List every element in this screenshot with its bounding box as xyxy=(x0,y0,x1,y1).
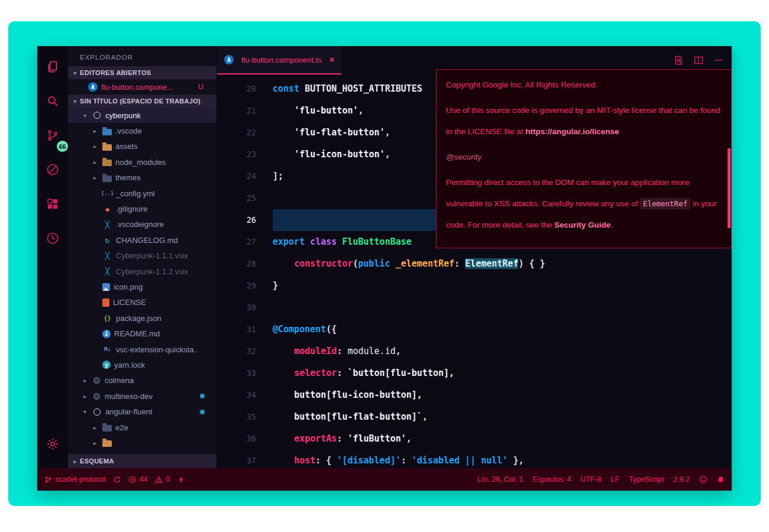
chevron-down-icon xyxy=(70,98,80,105)
activity-settings[interactable] xyxy=(37,428,68,462)
tree-item[interactable]: ▸ xyxy=(68,435,217,450)
tree-item-CHANGELOG.md[interactable]: ↻CHANGELOG.md xyxy=(68,232,217,248)
gear-icon xyxy=(46,437,60,453)
activity-extensions[interactable] xyxy=(37,188,68,222)
tree-item-label: cyberpunk xyxy=(105,111,141,120)
tree-item-angular-fluent[interactable]: ▾angular-fluent xyxy=(68,404,217,419)
vscode-window: 66 EXPLORADOR xyxy=(37,46,732,491)
code-line-28[interactable]: 28 constructor(public _elementRef: Eleme… xyxy=(217,253,732,275)
line-content xyxy=(273,297,732,319)
workspace-header[interactable]: SIN TÍTULO (ESPACIO DE TRABAJO) xyxy=(68,95,217,108)
outline-header[interactable]: ESQUEMA xyxy=(68,454,217,468)
activity-debug[interactable] xyxy=(37,154,68,188)
line-number: 33 xyxy=(217,362,256,384)
tree-item-node_modules[interactable]: ▸node_modules xyxy=(68,154,217,170)
status-warnings[interactable]: 0 xyxy=(155,475,170,484)
tree-item-label: yarn.lock xyxy=(114,361,145,369)
tooltip-link[interactable]: https://angular.io/license xyxy=(525,127,619,136)
activity-source-control[interactable]: 66 xyxy=(37,119,68,154)
status-eol[interactable]: LF xyxy=(611,475,620,484)
status-encoding[interactable]: UTF-8 xyxy=(580,475,601,484)
hover-tooltip: Copyright Google Inc. All Rights Reserve… xyxy=(436,69,732,248)
tooltip-scrollbar[interactable] xyxy=(728,148,731,228)
tree-item-vsc-extension-quicksta..[interactable]: M↓vsc-extension-quicksta.. xyxy=(68,342,217,357)
tooltip-content: Copyright Google Inc. All Rights Reserve… xyxy=(446,74,722,236)
chevron-right-icon: ▸ xyxy=(93,128,102,134)
line-content: constructor(public _elementRef: ElementR… xyxy=(273,253,732,275)
circle-outline-icon xyxy=(93,408,101,416)
info-icon xyxy=(102,330,111,338)
split-editor-icon[interactable] xyxy=(694,56,703,65)
code-line-31[interactable]: 31@Component({ xyxy=(217,319,732,340)
tree-item-LICENSE[interactable]: LICENSE xyxy=(68,295,217,310)
status-sync[interactable] xyxy=(113,476,121,484)
tree-item-cyberpunk[interactable]: ▾cyberpunk xyxy=(68,108,217,123)
tree-item-assets[interactable]: ▸assets xyxy=(68,139,217,154)
editor-area: flu-button.component.ts × 20const BUTTON… xyxy=(217,46,732,468)
status-errors[interactable]: 44 xyxy=(128,475,147,484)
sync-icon xyxy=(113,476,121,484)
tree-item-themes[interactable]: ▸themes xyxy=(68,170,217,186)
git-branch-icon xyxy=(44,476,52,484)
tree-item-multinexo-dev[interactable]: ▸multinexo-dev xyxy=(68,388,217,404)
close-tab-icon[interactable]: × xyxy=(329,55,334,64)
folder-orange-icon xyxy=(102,440,112,447)
status-format-power[interactable] xyxy=(177,476,185,484)
tree-item-label: CHANGELOG.md xyxy=(116,236,178,245)
tree-item-e2e[interactable]: ▸e2e xyxy=(68,420,217,435)
json-icon: {} xyxy=(102,313,112,323)
tooltip-text: . xyxy=(610,220,613,229)
folder-node-icon xyxy=(102,160,112,166)
line-content: exportAs: 'fluButton', xyxy=(273,428,732,450)
code-line-34[interactable]: 34 button[flu-icon-button], xyxy=(217,384,732,406)
folder-assets-icon xyxy=(102,144,112,151)
tree-item-.vscode[interactable]: ▸.vscode xyxy=(68,123,217,138)
tree-item-label: Cyberpunk-1.1.2.vsix xyxy=(116,267,188,276)
code-line-32[interactable]: 32 moduleId: module.id, xyxy=(217,340,732,362)
open-editors-header[interactable]: EDITORES ABIERTOS xyxy=(68,66,217,79)
code-line-29[interactable]: 29} xyxy=(217,275,732,297)
tooltip-link[interactable]: Security Guide xyxy=(554,220,610,229)
activity-history[interactable] xyxy=(37,222,68,257)
vsix-icon: ╳ xyxy=(102,251,112,261)
status-warnings-label: 0 xyxy=(166,475,170,484)
tree-item-colmena[interactable]: ▸colmena xyxy=(68,373,217,388)
tree-item-Cyberpunk-1.1.1.vsix[interactable]: ╳Cyberpunk-1.1.1.vsix xyxy=(68,248,217,264)
open-editor-item[interactable]: flu-button.compone... U xyxy=(68,79,217,95)
status-eol-label: LF xyxy=(611,475,620,484)
modified-dot-icon xyxy=(200,394,205,398)
status-language[interactable]: TypeScript xyxy=(629,475,664,484)
tooltip-text: Copyright Google Inc. All Rights Reserve… xyxy=(446,80,597,89)
tree-item-.vscodeignore[interactable]: ╳.vscodeignore xyxy=(68,217,217,232)
tree-item-label: icon.png xyxy=(114,283,143,291)
tree-item-README.md[interactable]: README.md xyxy=(68,326,217,341)
code-line-37[interactable]: 37 host: { '[disabled]': 'disabled || nu… xyxy=(217,450,732,468)
status-indentation[interactable]: Espacios: 4 xyxy=(532,475,571,484)
tree-item-yarn.lock[interactable]: yarn.lock xyxy=(68,357,217,372)
status-cursor-position[interactable]: Lín. 26, Col. 1 xyxy=(477,475,524,484)
more-actions-icon[interactable] xyxy=(714,56,723,65)
status-git-branch[interactable]: scarlet-protocol xyxy=(44,475,105,484)
code-line-30[interactable]: 30 xyxy=(217,297,732,319)
tree-item-package.json[interactable]: {}package.json xyxy=(68,310,217,326)
status-feedback[interactable] xyxy=(699,475,707,484)
angular-file-icon xyxy=(88,82,98,92)
tab-flu-button-component[interactable]: flu-button.component.ts × xyxy=(217,46,341,74)
tab-label: flu-button.component.ts xyxy=(241,56,322,64)
status-notifications[interactable] xyxy=(717,476,725,484)
status-version[interactable]: 2.9.2 xyxy=(673,475,690,484)
tree-item-label: _config.yml xyxy=(116,189,155,198)
files-icon xyxy=(46,60,60,76)
activity-explorer[interactable] xyxy=(37,51,68,85)
activity-search[interactable] xyxy=(37,85,68,119)
tree-item-_config.yml[interactable]: {..}_config.yml xyxy=(68,186,217,201)
code-line-36[interactable]: 36 exportAs: 'fluButton', xyxy=(217,428,732,450)
tree-item-label: Cyberpunk-1.1.1.vsix xyxy=(116,251,188,260)
code-line-35[interactable]: 35 button[flu-flat-button]`, xyxy=(217,406,732,428)
tree-item-.gitignore[interactable]: ◆.gitignore xyxy=(68,201,217,216)
tree-item-icon.png[interactable]: icon.png xyxy=(68,279,217,294)
tree-item-Cyberpunk-1.1.2.vsix[interactable]: ╳Cyberpunk-1.1.2.vsix xyxy=(68,264,217,279)
chevron-down-icon: ▾ xyxy=(83,408,92,415)
open-changes-icon[interactable] xyxy=(674,56,683,65)
code-line-33[interactable]: 33 selector: `button[flu-button], xyxy=(217,362,732,384)
